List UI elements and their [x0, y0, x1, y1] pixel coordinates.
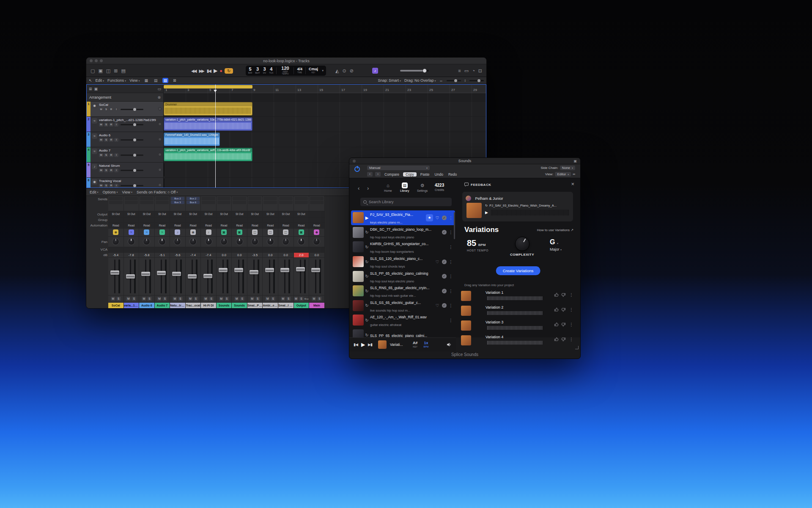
more-options-icon[interactable]: ⋮ — [448, 274, 453, 279]
lcd-time-signature[interactable]: 4/4TIME — [297, 67, 302, 74]
track-volume-slider[interactable] — [121, 139, 143, 141]
output-assignment[interactable]: St Out — [294, 211, 309, 218]
fader[interactable] — [296, 267, 305, 271]
pan-knob[interactable] — [313, 238, 320, 245]
create-variations-icon[interactable] — [427, 243, 434, 251]
fader[interactable] — [265, 268, 274, 272]
back-icon[interactable]: ‹ — [358, 185, 359, 191]
nav-home[interactable]: ⌂ Home — [384, 182, 392, 192]
group-slot[interactable] — [201, 218, 216, 223]
track-volume-slider[interactable] — [121, 185, 143, 186]
variation-row[interactable]: Variation 4 ⋮ — [461, 334, 577, 348]
send-slot[interactable] — [279, 197, 293, 200]
channel-name[interactable]: Hi-Fi DI — [201, 303, 216, 308]
variation-waveform[interactable] — [487, 326, 542, 330]
send-slot[interactable] — [248, 201, 262, 204]
sample-row[interactable]: ↻ SLS_PP_65_electric_piano_calming hip h… — [351, 269, 455, 284]
automation-mode[interactable]: Read — [201, 223, 216, 229]
sample-play-icon[interactable]: ↻ — [364, 333, 370, 337]
play-button[interactable]: ▶ — [214, 68, 217, 74]
vca-slot[interactable] — [124, 247, 139, 253]
send-slot[interactable] — [248, 197, 262, 200]
variation-options-icon[interactable]: ⋮ — [569, 322, 573, 327]
lcd-caret-icon[interactable]: ▾ — [322, 69, 324, 72]
fader[interactable] — [250, 270, 258, 274]
strip-solo-button[interactable]: S — [162, 297, 167, 301]
track-header[interactable]: 2 ≈ variation-1_pitch_...d21-12867fa615f… — [87, 117, 163, 132]
variation-options-icon[interactable]: ⋮ — [569, 307, 573, 312]
redo-button[interactable]: Redo — [447, 172, 458, 177]
strip-mute-button[interactable]: M — [219, 297, 224, 301]
output-assignment[interactable]: St Out — [217, 211, 232, 218]
fader[interactable] — [219, 268, 228, 272]
channel-name[interactable]: Audio 7 — [155, 303, 170, 308]
send-slot[interactable] — [125, 197, 138, 200]
pan-knob[interactable] — [205, 238, 212, 245]
fader[interactable] — [110, 271, 119, 275]
bounce-button[interactable]: Bnc — [304, 298, 309, 300]
snap-menu[interactable]: Snap:Smart▾ — [378, 78, 401, 83]
v-zoom-slider[interactable] — [469, 80, 484, 81]
sends-slots[interactable] — [309, 196, 324, 211]
variation-row[interactable]: Variation 2 ⋮ — [461, 304, 577, 319]
audio-region[interactable]: variation-1_pitch_palette_variations_53e… — [164, 117, 252, 131]
pan-knob[interactable] — [112, 238, 119, 245]
fader[interactable] — [311, 268, 320, 272]
strip-mute-button[interactable]: M — [203, 297, 208, 301]
send-slot[interactable] — [156, 201, 169, 204]
output-assignment[interactable]: St Out — [263, 211, 278, 218]
rewind-button[interactable]: ◀◀ — [191, 69, 196, 73]
mute-button[interactable]: M — [99, 184, 103, 188]
channel-name[interactable]: Smal...l Hall — [278, 303, 294, 308]
input-monitor-button[interactable]: I — [114, 138, 118, 142]
track-header[interactable]: 4 ≈ Audio 7 M S R I — [87, 147, 163, 163]
solo-button[interactable]: S — [104, 108, 108, 111]
solo-button[interactable]: S — [104, 168, 108, 172]
sample-play-icon[interactable]: ↻ — [364, 230, 370, 235]
strip-solo-button[interactable]: S — [132, 297, 136, 301]
send-slot[interactable] — [263, 201, 277, 204]
thumbs-down-icon[interactable] — [561, 307, 566, 312]
automation-mode[interactable]: Read — [155, 223, 170, 229]
pan-knob[interactable] — [128, 238, 135, 245]
strip-solo-button[interactable]: S — [178, 297, 183, 301]
next-button[interactable]: ▶▮ — [368, 342, 372, 347]
vca-slot[interactable] — [201, 247, 216, 253]
paste-button[interactable]: Paste — [419, 172, 431, 177]
sample-play-icon[interactable]: ▶ — [364, 215, 370, 220]
input-monitor-button[interactable]: I — [114, 168, 118, 172]
toolbar-icon[interactable]: ⊡ — [478, 64, 482, 77]
thumbs-up-icon[interactable] — [554, 307, 559, 312]
strip-mute-button[interactable]: M — [188, 297, 193, 301]
record-enable-button[interactable]: R — [109, 184, 113, 188]
group-slot[interactable] — [186, 218, 201, 223]
toolbar-icon[interactable]: ▤ — [121, 64, 125, 77]
strip-mute-button[interactable]: M — [173, 297, 177, 301]
vca-slot[interactable] — [139, 247, 154, 253]
send-slot[interactable] — [279, 201, 293, 204]
strip-mute-button[interactable]: M — [111, 297, 115, 301]
favorite-icon[interactable]: ♡ — [434, 303, 440, 308]
strip-mute-button[interactable]: M — [250, 297, 255, 301]
mute-button[interactable]: M — [99, 108, 103, 111]
group-slot[interactable] — [139, 218, 154, 223]
audio-region[interactable] — [164, 178, 165, 188]
automation-mode[interactable]: Read — [247, 223, 263, 229]
side-chain-dropdown[interactable]: None▾ — [560, 166, 575, 170]
automation-mode[interactable]: Read — [309, 223, 324, 229]
favorite-icon[interactable]: ♡ — [434, 260, 440, 264]
pan-knob[interactable] — [251, 238, 258, 245]
input-monitor-button[interactable]: I — [114, 184, 118, 188]
toolbar-icon[interactable]: ▭ — [464, 64, 469, 77]
strip-mute-button[interactable]: M — [265, 297, 270, 301]
variation-waveform[interactable] — [487, 296, 542, 300]
duplicate-track-button[interactable]: ▣ — [94, 87, 98, 91]
sample-play-icon[interactable]: ↻ — [364, 245, 370, 249]
retrigger-icon[interactable]: ↻ — [485, 204, 488, 207]
more-options-icon[interactable]: ⋮ — [448, 245, 453, 249]
vca-slot[interactable] — [309, 247, 324, 253]
strip-mute-button[interactable]: M — [157, 297, 162, 301]
menu-view[interactable]: View▾ — [129, 78, 140, 83]
output-assignment[interactable]: St Out — [139, 211, 154, 218]
forward-button[interactable]: ▶▶ — [199, 69, 203, 73]
